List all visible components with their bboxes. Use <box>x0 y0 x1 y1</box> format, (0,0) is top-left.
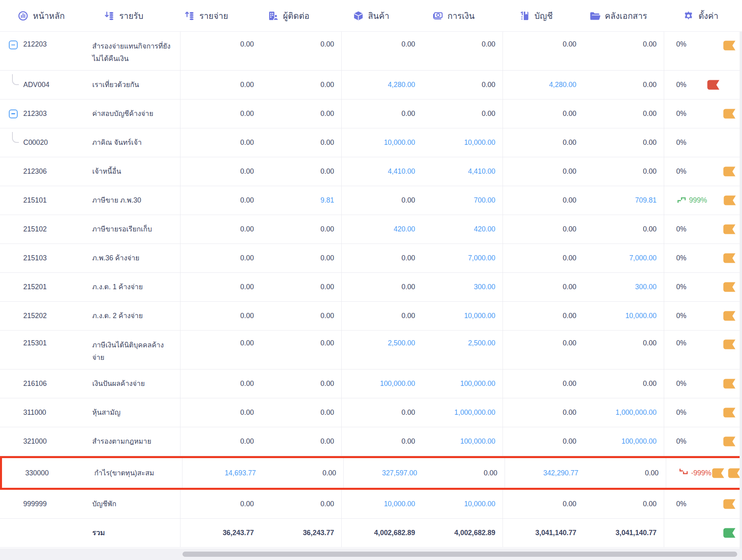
amount-cell: 0.00 <box>342 186 422 215</box>
percent-value: 0% <box>676 500 686 508</box>
account-name-cell: 321000สำรองตามกฎหมาย <box>0 427 180 456</box>
amount-cell: 4,280.00 <box>503 71 584 99</box>
percent-value: 0% <box>676 437 686 446</box>
collapse-button[interactable] <box>9 110 18 118</box>
amount-cell: 0.00 <box>584 490 664 518</box>
flag-empty-slot <box>707 407 720 418</box>
amount-cell: 0.00 <box>503 427 584 456</box>
flag-yellow-icon[interactable] <box>723 40 736 51</box>
nav-item-expense[interactable]: รายจ่าย <box>165 0 247 31</box>
flag-yellow-icon[interactable] <box>723 253 736 264</box>
flag-green-icon[interactable] <box>723 528 736 538</box>
flag-yellow-icon[interactable] <box>723 108 736 119</box>
amount-cell: 0.00 <box>586 458 666 488</box>
amount-value: 1,000,000.00 <box>454 408 495 417</box>
amount-cell: 0.00 <box>422 71 503 99</box>
percent-value: 0% <box>676 225 686 233</box>
amount-value: 0.00 <box>401 254 415 262</box>
amount-value: 4,410.00 <box>388 167 415 176</box>
amount-cell: 0.00 <box>261 32 342 70</box>
flag-yellow-icon[interactable] <box>723 282 736 292</box>
account-name: หุ้นสามัญ <box>92 406 180 419</box>
account-name-cell: 212306เจ้าหนี้อื่น <box>0 157 180 186</box>
amount-cell: 0.00 <box>584 32 664 70</box>
flag-empty-slot <box>707 108 720 119</box>
nav-item-home[interactable]: หน้าหลัก <box>0 0 83 31</box>
flag-yellow-icon[interactable] <box>712 468 725 479</box>
nav-item-accounting[interactable]: บัญชี <box>495 0 577 31</box>
amount-cell: 0.00 <box>503 99 584 128</box>
amount-value: 0.00 <box>563 138 576 147</box>
flag-yellow-icon[interactable] <box>723 224 736 235</box>
amount-value: 4,002,682.89 <box>374 529 415 537</box>
percent-flags-cell: 0% <box>664 215 742 243</box>
amount-cell: 0.00 <box>261 398 342 427</box>
account-row: 216106เงินปันผลค้างจ่าย0.000.00100,000.0… <box>0 369 742 398</box>
amount-cell: 3,041,140.77 <box>503 519 584 547</box>
account-code: 321000 <box>23 437 92 446</box>
amount-cell: 10,000.00 <box>422 490 503 518</box>
nav-item-settings[interactable]: ตั้งค่า <box>660 0 742 31</box>
amount-value: 3,041,140.77 <box>535 529 576 537</box>
account-name: บัญชีพัก <box>92 498 180 510</box>
flag-yellow-icon[interactable] <box>723 378 736 389</box>
flag-yellow-icon[interactable] <box>723 166 736 177</box>
amount-cell: 0.00 <box>342 273 422 301</box>
flag-yellow-icon[interactable] <box>728 468 741 479</box>
account-code: 215201 <box>23 283 92 291</box>
amount-value: 100,000.00 <box>380 379 415 388</box>
collapse-button[interactable] <box>9 41 18 49</box>
account-name: ภ.พ.36 ค้างจ่าย <box>92 252 180 264</box>
nav-item-contacts[interactable]: ผู้ติดต่อ <box>247 0 330 31</box>
percent-value: 0% <box>676 339 686 347</box>
account-name: เงินปันผลค้างจ่าย <box>92 377 180 390</box>
flag-empty-slot <box>707 310 720 321</box>
amount-cell: 0.00 <box>342 244 422 272</box>
amount-value: 0.00 <box>563 40 576 49</box>
amount-value: 0.00 <box>643 110 657 118</box>
account-code: 215301 <box>23 339 92 347</box>
flag-yellow-icon[interactable] <box>723 436 736 447</box>
amount-cell: 14,693.77 <box>182 458 263 488</box>
amount-value: 0.00 <box>240 138 254 147</box>
amount-value: 300.00 <box>474 283 495 291</box>
amount-value: 10,000.00 <box>625 312 657 320</box>
account-name-cell: 215103ภ.พ.36 ค้างจ่าย <box>0 244 180 272</box>
amount-cell: 0.00 <box>584 157 664 186</box>
percent-flags-cell: 0% <box>664 32 742 70</box>
amount-value: 0.00 <box>240 379 254 388</box>
amount-value: 0.00 <box>484 469 497 477</box>
amount-cell: 0.00 <box>503 302 584 330</box>
amount-value: 0.00 <box>401 110 415 118</box>
flag-red-icon[interactable] <box>707 79 720 90</box>
amount-value: 0.00 <box>401 283 415 291</box>
percent-value: 999% <box>689 196 707 205</box>
nav-item-products[interactable]: สินค้า <box>330 0 412 31</box>
flag-empty-slot <box>707 253 720 264</box>
amount-value: 0.00 <box>643 225 657 233</box>
flag-yellow-icon[interactable] <box>723 499 736 509</box>
amount-cell: 100,000.00 <box>342 369 422 398</box>
amount-value: 0.00 <box>320 437 334 446</box>
flag-empty-slot <box>707 339 720 350</box>
horizontal-scrollbar-thumb[interactable] <box>182 552 737 557</box>
amount-value: 0.00 <box>320 408 334 417</box>
amount-cell: 342,290.77 <box>505 458 586 488</box>
amount-cell: 300.00 <box>422 273 503 301</box>
flag-yellow-icon[interactable] <box>723 339 736 350</box>
amount-value: 0.00 <box>320 312 334 320</box>
amount-value: 2,500.00 <box>388 339 415 347</box>
flag-yellow-icon[interactable] <box>723 310 736 321</box>
dashboard-icon <box>18 10 28 21</box>
nav-item-income[interactable]: รายรับ <box>83 0 165 31</box>
amount-value: 4,280.00 <box>388 81 415 89</box>
flag-yellow-icon[interactable] <box>723 195 736 206</box>
amount-cell: 0.00 <box>180 244 261 272</box>
account-row: 215101ภาษีขาย ภ.พ.300.009.810.00700.000.… <box>0 186 742 215</box>
amount-cell: 4,280.00 <box>342 71 422 99</box>
amount-cell: 0.00 <box>503 369 584 398</box>
flag-yellow-icon[interactable] <box>723 407 736 418</box>
nav-item-documents[interactable]: คลังเอกสาร <box>577 0 660 31</box>
nav-item-finance[interactable]: การเงิน <box>412 0 495 31</box>
amount-cell: 0.00 <box>180 32 261 70</box>
